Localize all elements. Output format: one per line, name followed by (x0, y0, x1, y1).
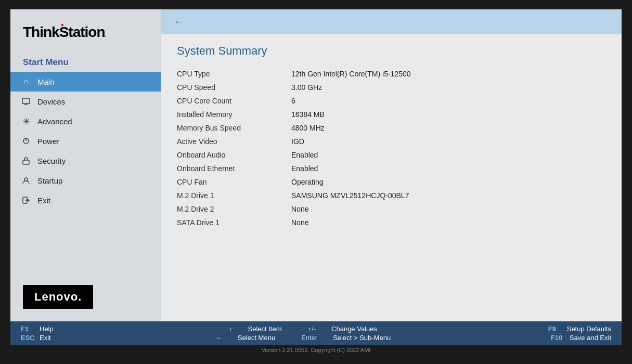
row-label: CPU Speed (177, 81, 291, 94)
right-panel: ← System Summary CPU Type12th Gen Intel(… (161, 9, 622, 321)
bottom-right-shortcuts: F9 Setup Defaults F10 Save and Exit (518, 325, 611, 342)
content-area: System Summary CPU Type12th Gen Intel(R)… (161, 34, 622, 321)
row-label: CPU Fan (177, 175, 291, 189)
esc-key: ESC (21, 334, 36, 342)
sidebar-item-exit[interactable]: Exit (10, 190, 161, 210)
nav-items: ⌂ Main Devices ✳ Advanced (10, 72, 161, 276)
f9-desc: Setup Defaults (567, 325, 611, 333)
sidebar-item-devices-label: Devices (37, 97, 65, 106)
table-row: Installed Memory16384 MB (177, 108, 606, 121)
sidebar-item-power-label: Power (37, 137, 60, 146)
f9-row: F9 Setup Defaults (548, 325, 611, 333)
row-label: CPU Type (177, 67, 291, 81)
center-row-2: ↔ Select Menu Enter Select > Sub-Menu (215, 334, 391, 342)
table-row: Memory Bus Speed4800 MHz (177, 121, 606, 135)
sidebar-item-main-label: Main (37, 77, 55, 86)
select-item-label: Select Item (248, 325, 281, 333)
row-value: 12th Gen Intel(R) Core(TM) i5-12500 (291, 67, 606, 81)
lock-icon (21, 155, 31, 166)
lenovo-logo-area: Lenovo. (10, 276, 161, 321)
row-label: SATA Drive 1 (177, 216, 291, 229)
f1-row: F1 Help (21, 325, 88, 333)
home-icon: ⌂ (21, 76, 31, 87)
esc-row: ESC Exit (21, 334, 88, 342)
version-bar: Version 2.21.0052. Copyright (C) 2022 AM… (10, 345, 622, 355)
exit-icon (21, 195, 31, 205)
table-row: SATA Drive 1None (177, 216, 606, 229)
system-summary-table: CPU Type12th Gen Intel(R) Core(TM) i5-12… (177, 67, 606, 229)
f1-key: F1 (21, 325, 36, 333)
row-label: Active Video (177, 135, 291, 148)
svg-point-5 (24, 178, 28, 181)
power-icon (21, 136, 31, 146)
devices-icon (21, 96, 31, 107)
select-menu-label: Select Menu (238, 334, 275, 342)
row-value: SAMSUNG MZVL2512HCJQ-00BL7 (291, 189, 606, 202)
sidebar-item-advanced[interactable]: ✳ Advanced (10, 111, 161, 131)
row-value: Operating (291, 175, 606, 189)
row-label: Memory Bus Speed (177, 121, 291, 135)
f9-key: F9 (548, 325, 564, 333)
select-item-icon: ↕ (229, 325, 233, 333)
section-title: System Summary (177, 44, 606, 58)
row-label: M.2 Drive 1 (177, 189, 291, 202)
row-value: 4800 MHz (291, 121, 606, 135)
sidebar-item-startup-label: Startup (37, 176, 62, 185)
change-values-icon: +/- (308, 325, 316, 333)
f10-desc: Save and Exit (570, 334, 611, 342)
row-label: CPU Core Count (177, 94, 291, 108)
enter-desc: Select > Sub-Menu (333, 334, 391, 342)
table-row: Onboard EthernetEnabled (177, 162, 606, 175)
lenovo-logo: Lenovo. (23, 285, 93, 309)
svg-rect-1 (24, 104, 28, 105)
row-label: M.2 Drive 2 (177, 202, 291, 216)
f10-row: F10 Save and Exit (551, 334, 611, 342)
bottom-left-shortcuts: F1 Help ESC Exit (21, 325, 88, 342)
sidebar-item-power[interactable]: Power (10, 131, 161, 151)
back-button[interactable]: ← (174, 16, 184, 28)
sidebar-item-startup[interactable]: Startup (10, 171, 161, 190)
row-value: Enabled (291, 148, 606, 162)
row-label: Onboard Ethernet (177, 162, 291, 175)
sidebar-item-devices[interactable]: Devices (10, 92, 161, 111)
esc-desc: Exit (40, 334, 51, 342)
sidebar: ThinkS●tation. Start Menu ⌂ Main Dev (10, 9, 161, 321)
table-row: CPU Speed3.00 GHz (177, 81, 606, 94)
row-value: None (291, 202, 606, 216)
logo-area: ThinkS●tation. (10, 9, 161, 51)
row-value: Enabled (291, 162, 606, 175)
table-row: CPU FanOperating (177, 175, 606, 189)
advanced-icon: ✳ (21, 116, 31, 126)
table-row: CPU Type12th Gen Intel(R) Core(TM) i5-12… (177, 67, 606, 81)
enter-key: Enter (301, 334, 317, 342)
center-row-1: ↕ Select Item +/- Change Values (229, 325, 377, 333)
table-row: M.2 Drive 1SAMSUNG MZVL2512HCJQ-00BL7 (177, 189, 606, 202)
row-value: 6 (291, 94, 606, 108)
row-value: IGD (291, 135, 606, 148)
table-row: Onboard AudioEnabled (177, 148, 606, 162)
row-value: 16384 MB (291, 108, 606, 121)
sidebar-item-security-label: Security (37, 157, 66, 165)
svg-rect-0 (22, 98, 30, 103)
table-row: M.2 Drive 2None (177, 202, 606, 216)
row-label: Onboard Audio (177, 148, 291, 162)
change-values-label: Change Values (331, 325, 377, 333)
bottom-bar: F1 Help ESC Exit ↕ Select Item +/- Chang… (10, 321, 622, 345)
f1-desc: Help (40, 325, 54, 333)
startup-icon (21, 175, 31, 186)
row-label: Installed Memory (177, 108, 291, 121)
sidebar-item-exit-label: Exit (37, 196, 50, 205)
row-value: None (291, 216, 606, 229)
thinkstation-logo: ThinkS●tation. (23, 24, 148, 41)
row-value: 3.00 GHz (291, 81, 606, 94)
table-row: Active VideoIGD (177, 135, 606, 148)
select-menu-icon: ↔ (215, 334, 222, 342)
f10-key: F10 (551, 334, 566, 342)
start-menu-label: Start Menu (10, 51, 161, 72)
sidebar-item-security[interactable]: Security (10, 151, 161, 171)
table-row: CPU Core Count6 (177, 94, 606, 108)
bottom-center-shortcuts: ↕ Select Item +/- Change Values ↔ Select… (88, 325, 518, 342)
sidebar-item-main[interactable]: ⌂ Main (10, 72, 161, 92)
sidebar-item-advanced-label: Advanced (37, 117, 72, 126)
top-bar: ← (161, 9, 622, 34)
